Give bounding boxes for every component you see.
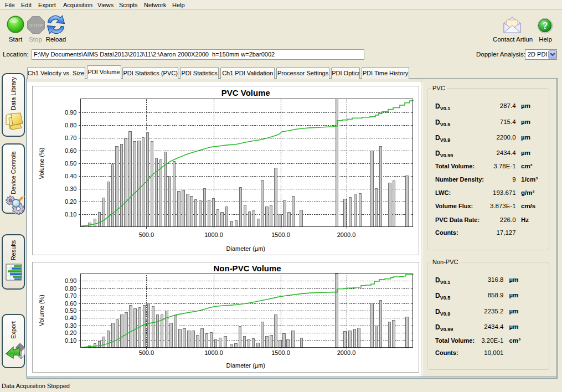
svg-text:0.40: 0.40 — [65, 314, 76, 321]
svg-text:?: ? — [542, 21, 548, 30]
svg-text:0.10: 0.10 — [65, 337, 76, 343]
svg-text:1500.0: 1500.0 — [271, 349, 290, 355]
svg-text:0.30: 0.30 — [65, 185, 76, 192]
svg-text:0.50: 0.50 — [65, 160, 76, 167]
svg-text:1500.0: 1500.0 — [271, 231, 290, 238]
svg-text:Volume (%): Volume (%) — [38, 148, 45, 179]
svg-text:STOP: STOP — [29, 23, 43, 28]
svg-text:0.50: 0.50 — [65, 307, 76, 314]
svg-text:Volume (%): Volume (%) — [38, 295, 45, 326]
svg-text:0.80: 0.80 — [65, 122, 76, 128]
svg-text:0.80: 0.80 — [65, 285, 76, 291]
svg-text:2000.0: 2000.0 — [337, 231, 356, 238]
svg-text:0.70: 0.70 — [65, 292, 76, 299]
svg-text:0.90: 0.90 — [65, 277, 76, 284]
svg-text:Non-PVC Volume: Non-PVC Volume — [213, 263, 281, 272]
svg-text:0.20: 0.20 — [65, 329, 76, 336]
svg-text:2000.0: 2000.0 — [337, 349, 356, 355]
svg-text:PVC Volume: PVC Volume — [221, 88, 270, 97]
svg-text:0.90: 0.90 — [65, 109, 76, 116]
svg-text:500.0: 500.0 — [139, 349, 154, 355]
svg-text:0.70: 0.70 — [65, 135, 76, 141]
svg-text:1000.0: 1000.0 — [204, 231, 223, 238]
svg-text:1000.0: 1000.0 — [204, 349, 223, 355]
svg-text:0.30: 0.30 — [65, 322, 76, 328]
svg-text:0.20: 0.20 — [65, 198, 76, 205]
svg-text:Diameter (µm): Diameter (µm) — [226, 362, 266, 369]
svg-text:0.60: 0.60 — [65, 147, 76, 154]
svg-text:Diameter (µm): Diameter (µm) — [226, 245, 266, 252]
svg-text:500.0: 500.0 — [139, 231, 154, 238]
svg-text:0.40: 0.40 — [65, 173, 76, 179]
svg-text:0.60: 0.60 — [65, 300, 76, 306]
svg-text:0.10: 0.10 — [65, 211, 76, 218]
